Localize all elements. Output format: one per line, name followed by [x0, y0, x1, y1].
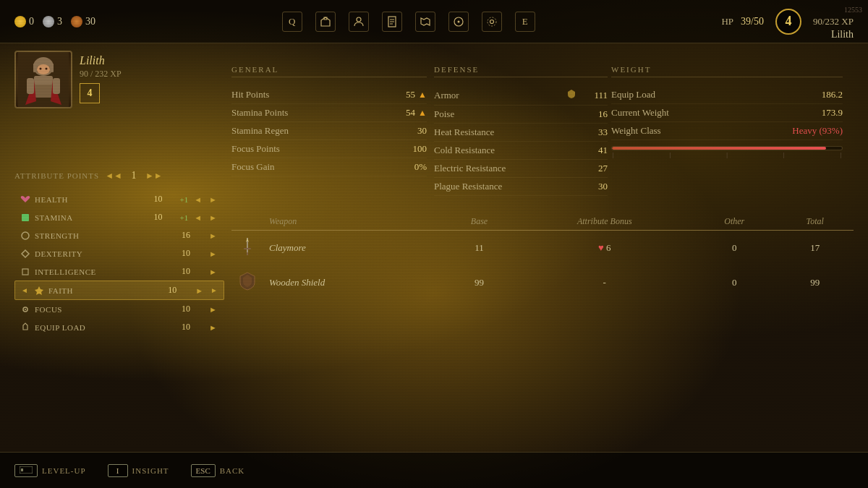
levelup-key	[14, 464, 38, 477]
focus-label: Focus	[35, 305, 177, 314]
bottom-bar: Level-Up I Insight ESC Back	[0, 452, 868, 488]
svg-rect-34	[21, 468, 23, 471]
weight-bar-ticks: | | | | |	[611, 152, 843, 158]
shield-total: 99	[776, 265, 854, 300]
weight-title: Weight	[611, 65, 843, 77]
character-portrait	[14, 51, 72, 108]
wooden-shield-icon	[237, 271, 258, 291]
insight-hotkey[interactable]: I Insight	[108, 464, 169, 477]
equip-load-stat-value: 186.2	[814, 89, 843, 100]
hit-points-label: Hit Points	[231, 89, 386, 100]
attr-faith[interactable]: ◄ Faith 10 ► ►	[14, 281, 224, 300]
attr-health[interactable]: Health 10 +1 ◄ ►	[14, 190, 224, 208]
heat-resist-label: Heat Resistance	[434, 127, 579, 138]
faith-select-arrow-right: ►	[210, 286, 218, 294]
focus-increase[interactable]: ►	[208, 305, 218, 314]
health-increase[interactable]: ►	[208, 195, 218, 204]
attributes-section: Attribute Points ◄◄ 1 ►► Health 10 +1 ◄ …	[14, 170, 224, 336]
stat-weight-class: Weight Class Heavy (93%)	[611, 122, 843, 140]
gold-icon	[14, 16, 26, 27]
attr-intelligence[interactable]: Intelligence 10 ►	[14, 262, 224, 281]
nav-settings[interactable]	[482, 12, 502, 32]
weapon-row-wooden-shield[interactable]: Wooden Shield 99 - 0 99	[231, 265, 854, 300]
back-hotkey[interactable]: ESC Back	[191, 464, 245, 477]
health-decrease[interactable]: ◄	[192, 195, 203, 204]
nav-character[interactable]	[349, 12, 369, 32]
svg-marker-27	[35, 286, 43, 295]
current-weight-value: 173.9	[814, 107, 843, 119]
defense-title: Defense	[434, 65, 608, 77]
attr-stamina[interactable]: Stamina 10 +1 ◄ ►	[14, 208, 224, 226]
plague-resist-value: 30	[579, 181, 608, 192]
weapon-col-attr-bonus: Attribute Bonus	[517, 213, 693, 231]
currency-group: 0 3 30	[14, 16, 95, 27]
focus-points-label: Focus Points	[231, 143, 398, 155]
hp-label: HP	[721, 16, 733, 27]
svg-point-2	[357, 17, 361, 22]
svg-rect-21	[34, 76, 53, 85]
dexterity-increase[interactable]: ►	[208, 249, 218, 258]
nav-q[interactable]: Q	[282, 12, 302, 32]
attr-equip-load[interactable]: Equip Load 10 ►	[14, 318, 224, 336]
weapon-section: Weapon Base Attribute Bonus Other Total	[231, 213, 854, 300]
svg-point-18	[40, 68, 42, 70]
stat-cold-resist: Cold Resistance 41	[434, 142, 608, 160]
stamina-increase[interactable]: ►	[208, 213, 218, 222]
nav-journal[interactable]	[382, 12, 402, 32]
nav-compass[interactable]	[448, 12, 469, 32]
intelligence-increase[interactable]: ►	[208, 267, 218, 276]
faith-increase[interactable]: ►	[194, 286, 205, 295]
equip-load-value: 10	[182, 322, 203, 333]
attr-points-navigation: ◄◄ 1 ►►	[105, 170, 163, 181]
faith-label: Faith	[48, 286, 163, 295]
weight-section: Weight Equip Load 186.2 Current Weight 1…	[611, 65, 843, 158]
heat-resist-value: 33	[579, 127, 608, 138]
stamina-regen-value: 30	[398, 125, 427, 137]
attr-strength[interactable]: Strength 16 ►	[14, 226, 224, 244]
general-section: General Hit Points 55 ▲ Stamina Points 5…	[231, 65, 427, 176]
nav-e[interactable]: E	[515, 12, 535, 32]
equip-load-increase[interactable]: ►	[208, 323, 218, 332]
copper-icon	[71, 16, 82, 27]
nav-inventory[interactable]	[315, 12, 336, 32]
stat-current-weight: Current Weight 173.9	[611, 104, 843, 122]
nav-map[interactable]	[415, 12, 435, 32]
back-label: Back	[220, 466, 245, 475]
attr-prev-btn[interactable]: ◄◄	[105, 171, 122, 181]
attr-next-btn[interactable]: ►►	[145, 171, 163, 181]
attr-dexterity[interactable]: Dexterity 10 ►	[14, 244, 224, 262]
svg-rect-24	[22, 214, 29, 221]
top-bar: 0 3 30 Q	[0, 0, 868, 43]
gold-currency: 0	[14, 16, 34, 27]
equip-load-stat-label: Equip Load	[611, 89, 814, 100]
attr-focus[interactable]: Focus 10 ►	[14, 300, 224, 318]
faith-select-arrow: ◄	[21, 286, 28, 294]
levelup-label: Level-Up	[42, 466, 86, 475]
xp-value: 90/232 XP	[813, 16, 854, 27]
health-label: Health	[35, 195, 150, 204]
stat-focus-points: Focus Points 100	[231, 140, 427, 158]
stamina-decrease[interactable]: ◄	[192, 213, 203, 222]
weight-bar-fill	[612, 147, 826, 150]
claymore-total: 17	[776, 231, 854, 266]
focus-points-value: 100	[398, 143, 427, 155]
svg-rect-15	[33, 64, 37, 72]
strength-icon	[20, 231, 30, 241]
strength-increase[interactable]: ►	[208, 231, 218, 240]
levelup-hotkey[interactable]: Level-Up	[14, 464, 86, 477]
svg-point-29	[25, 309, 26, 310]
stat-heat-resist: Heat Resistance 33	[434, 124, 608, 142]
stat-focus-gain: Focus Gain 0%	[231, 158, 427, 176]
svg-point-10	[490, 20, 493, 23]
poise-value: 16	[579, 108, 608, 120]
weapon-row-claymore[interactable]: Claymore 11 ♥ 6 0 17	[231, 231, 854, 266]
focus-value: 10	[182, 304, 203, 314]
cold-resist-value: 41	[579, 145, 608, 156]
electric-resist-value: 27	[579, 163, 608, 174]
claymore-bonus: ♥ 6	[517, 231, 693, 266]
hit-points-value: 55	[386, 89, 415, 100]
health-icon	[20, 194, 30, 205]
general-title: General	[231, 65, 427, 77]
claymore-other: 0	[692, 231, 776, 266]
armor-value: 111	[579, 90, 608, 101]
